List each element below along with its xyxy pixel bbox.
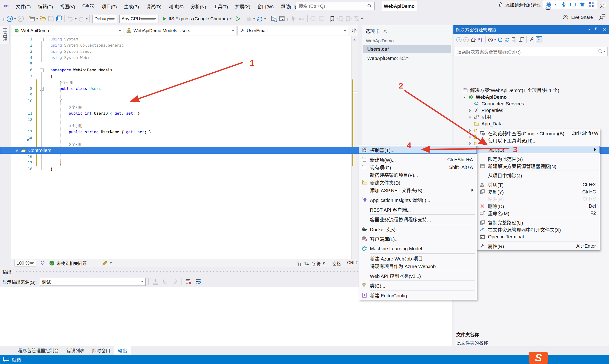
nav-forward-icon[interactable] xyxy=(17,15,24,22)
menubar-item-8[interactable]: 测试(S) xyxy=(166,2,187,11)
menubar-item-7[interactable]: 调试(D) xyxy=(143,2,164,11)
menu-item[interactable]: 复制完整路径(U) xyxy=(477,219,600,226)
menu-item[interactable]: 限定为此范围(S) xyxy=(477,155,600,162)
skin-icon[interactable] xyxy=(580,2,585,7)
tree-item-webapidemo[interactable]: ∞解决方案"WebApiDemo"(1 个项目/共 1 个) xyxy=(454,87,609,94)
menu-item[interactable]: 新建项(W)...Ctrl+Shift+A xyxy=(359,156,477,163)
code-line-17[interactable]: 17 } xyxy=(11,160,351,166)
chevron-down-icon[interactable] xyxy=(75,18,77,21)
tree-item-webapidemo[interactable]: WebApiDemo xyxy=(454,94,609,100)
code-cleanup-pen-icon[interactable] xyxy=(102,260,108,266)
nav-forward-icon[interactable] xyxy=(463,37,469,43)
menubar-item-2[interactable]: 编辑(E) xyxy=(35,2,56,11)
outdent-icon[interactable] xyxy=(310,15,317,22)
bookmark-clear-icon[interactable] xyxy=(353,15,360,22)
outline-collapse-icon[interactable]: − xyxy=(40,68,43,72)
menu-item[interactable]: 剪切(T)Ctrl+X xyxy=(477,181,600,188)
code-line-18[interactable]: 18} xyxy=(11,166,351,172)
play-outline-icon[interactable] xyxy=(234,15,241,22)
output-source-dropdown[interactable]: 调试 xyxy=(40,278,146,286)
pointer-icon[interactable] xyxy=(290,15,297,22)
prev-message-icon[interactable] xyxy=(162,278,169,285)
menu-item[interactable]: 从项目中排除(J) xyxy=(477,172,600,179)
menu-item[interactable]: Docker 支持... xyxy=(359,225,477,233)
menu-item[interactable]: Web API 控制器类(v2.1) xyxy=(359,272,477,280)
nav-back-icon[interactable] xyxy=(456,37,462,43)
menu-item[interactable]: 类(C)... xyxy=(359,282,477,289)
window-position-icon[interactable] xyxy=(588,29,590,31)
code-line-3[interactable]: 3using System.Linq; xyxy=(11,49,351,55)
menu-item[interactable]: 新建解决方案资源管理器视图(N) xyxy=(477,162,600,170)
outline-collapse-icon[interactable]: − xyxy=(40,38,43,41)
chevron-down-icon[interactable] xyxy=(494,39,496,42)
menu-item[interactable]: 在文件资源管理器中打开文件夹(X) xyxy=(477,226,600,233)
menu-item[interactable]: 属性(R)Alt+Enter xyxy=(477,242,600,249)
sync-icon[interactable] xyxy=(504,37,510,43)
chevron-down-icon[interactable] xyxy=(361,18,363,21)
save-all-icon[interactable] xyxy=(55,15,63,22)
new-project-icon[interactable] xyxy=(28,15,36,22)
switch-views-icon[interactable] xyxy=(477,37,483,43)
expander-closed-icon[interactable] xyxy=(468,108,472,113)
live-share-label[interactable]: Live Share xyxy=(571,15,593,20)
code-line-4[interactable]: 4using System.Web; xyxy=(11,55,351,61)
quick-search-box[interactable] xyxy=(296,2,375,10)
code-line-9[interactable]: 9 xyxy=(11,92,351,98)
menubar-item-1[interactable]: 文件(F) xyxy=(13,2,34,11)
ime-tools-grid-icon[interactable] xyxy=(589,2,594,7)
code-line-12[interactable]: 12 xyxy=(11,117,351,123)
menubar-item-11[interactable]: 扩展(X) xyxy=(232,2,253,11)
add-to-source-control-label[interactable]: 添加到源代码管理 xyxy=(505,1,542,8)
attach-icon[interactable] xyxy=(298,15,305,22)
microphone-icon[interactable] xyxy=(561,2,567,7)
refresh-icon[interactable] xyxy=(497,37,503,43)
health-status-label[interactable]: 未找到相关问题 xyxy=(57,260,87,266)
codelens-references[interactable]: 0 个引用 xyxy=(60,79,74,86)
menu-item[interactable]: 复制(Y)Ctrl+C xyxy=(477,188,600,195)
code-line-7[interactable]: 7{ xyxy=(11,73,351,79)
clear-output-icon[interactable] xyxy=(185,278,192,285)
code-line-10[interactable]: 10 { xyxy=(11,98,351,104)
menu-item[interactable]: Open in Terminal xyxy=(477,233,600,240)
menu-item[interactable]: 现有项(G)...Shift+Alt+A xyxy=(359,163,477,171)
search-input[interactable] xyxy=(298,3,367,9)
open-document-tab[interactable]: WebApiDemo: 概述 xyxy=(363,53,451,63)
menu-item[interactable]: 容器业务流程协调程序支持... xyxy=(359,216,477,223)
indent-icon[interactable] xyxy=(318,15,325,22)
zoom-dropdown[interactable]: 100 % xyxy=(14,260,36,266)
live-share-icon[interactable] xyxy=(562,14,569,21)
expander-open-icon[interactable] xyxy=(462,95,466,99)
code-line-1[interactable]: 1−using System; xyxy=(11,36,351,42)
properties-icon[interactable] xyxy=(529,37,535,43)
menubar-item-12[interactable]: 窗口(W) xyxy=(254,2,277,11)
expander-closed-icon[interactable] xyxy=(468,135,472,139)
menu-item[interactable]: @控制器(T)... xyxy=(359,146,477,154)
tree-item-connectedservices[interactable]: Connected Services xyxy=(454,100,609,107)
tool-window-tab-4[interactable]: 输出 xyxy=(114,346,131,355)
nav-back-icon[interactable] xyxy=(6,15,13,22)
next-message-icon[interactable] xyxy=(171,278,178,285)
tree-item-[interactable]: 引用 xyxy=(454,114,609,120)
feedback-message-icon[interactable] xyxy=(3,356,10,363)
expander-closed-icon[interactable] xyxy=(468,128,472,132)
expander-closed-icon[interactable] xyxy=(468,115,472,119)
menu-item[interactable]: 重命名(M)F2 xyxy=(477,210,600,217)
tool-window-tab-3[interactable]: 即时窗口 xyxy=(88,346,114,355)
debug-config-dropdown[interactable]: Debug xyxy=(92,15,117,23)
gear-icon[interactable] xyxy=(383,28,388,34)
undo-icon[interactable] xyxy=(67,15,74,22)
word-wrap-icon[interactable] xyxy=(194,278,202,285)
chevron-down-icon[interactable] xyxy=(253,18,256,21)
goto-message-icon[interactable] xyxy=(152,278,159,285)
menu-item[interactable]: 客户端库(L)... xyxy=(359,235,477,243)
restart-icon[interactable] xyxy=(256,15,263,22)
show-all-files-icon[interactable] xyxy=(536,36,542,43)
tree-item-properties[interactable]: Properties xyxy=(454,107,609,114)
hot-reload-icon[interactable] xyxy=(245,15,252,22)
solution-explorer-search[interactable]: 搜索解决方案资源管理器(Ctrl+;) xyxy=(455,47,608,56)
code-line-6[interactable]: 6−namespace WebApiDemo.Models xyxy=(11,67,351,73)
menubar-item-6[interactable]: 生成(B) xyxy=(121,2,142,11)
menubar-item-5[interactable]: 项目(P) xyxy=(99,2,120,11)
start-debug-button[interactable]: IIS Express (Google Chrome) xyxy=(160,16,233,22)
member-dropdown[interactable]: UserEmail xyxy=(237,26,348,35)
